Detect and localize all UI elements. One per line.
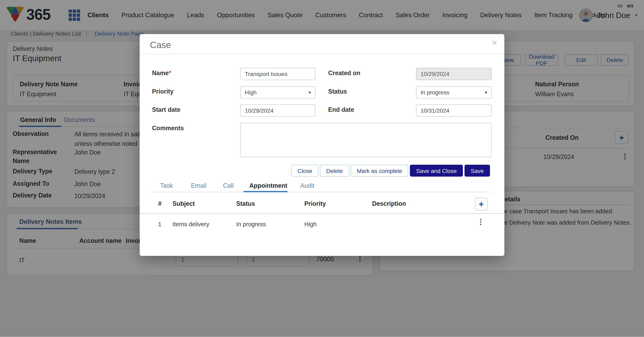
name-label-text: Name: [152, 70, 169, 76]
case-modal: Case ✕ Name* Created on Priority Status …: [140, 34, 504, 256]
appt-col-status: Status: [236, 200, 255, 207]
comments-label: Comments: [152, 124, 184, 132]
priority-caret-down-icon: ▾: [309, 90, 311, 95]
status-label: Status: [328, 88, 347, 95]
add-appointment-button[interactable]: +: [475, 198, 488, 210]
priority-select[interactable]: High ▾: [240, 86, 315, 99]
status-caret-down-icon: ▾: [485, 90, 487, 95]
required-asterisk: *: [169, 70, 171, 76]
modal-delete-button[interactable]: Delete: [320, 165, 349, 176]
status-value: In progress: [421, 89, 450, 96]
name-input[interactable]: [240, 68, 315, 80]
appt-row-menu-icon[interactable]: ⋮: [477, 218, 484, 226]
appt-row-subject: Items delivery: [172, 221, 209, 228]
tab-appointment[interactable]: Appointment: [249, 182, 287, 189]
appt-col-priority: Priority: [304, 200, 326, 207]
start-date-label: Start date: [152, 106, 180, 113]
close-icon[interactable]: ✕: [491, 38, 498, 48]
end-date-label: End date: [328, 106, 354, 113]
name-label: Name*: [152, 70, 171, 76]
tab-call[interactable]: Call: [223, 182, 234, 189]
mark-as-complete-button[interactable]: Mark as complete: [350, 165, 408, 176]
tab-audit[interactable]: Audit: [300, 182, 314, 189]
appt-col-num: #: [158, 200, 162, 207]
comments-textarea[interactable]: [240, 123, 492, 157]
created-on-label: Created on: [328, 70, 360, 76]
tab-task[interactable]: Task: [160, 182, 173, 189]
appt-col-subject: Subject: [172, 200, 195, 207]
appt-row-priority: High: [304, 221, 316, 228]
modal-close-button[interactable]: Close: [292, 165, 318, 176]
end-date-input[interactable]: [416, 104, 492, 117]
modal-actions: Close Delete Mark as complete Save and C…: [292, 165, 490, 176]
tab-email[interactable]: Email: [191, 182, 206, 189]
start-date-input[interactable]: [240, 104, 315, 117]
appt-row-num: 1: [158, 221, 162, 228]
modal-title: Case: [150, 40, 171, 51]
priority-value: High: [245, 89, 256, 96]
screen: 365 Clients Product Catalogue Leads Oppo…: [0, 0, 644, 337]
appt-col-description: Description: [372, 200, 406, 207]
priority-label: Priority: [152, 88, 174, 95]
created-on-input: [416, 68, 492, 80]
status-select[interactable]: In progress ▾: [416, 86, 492, 99]
save-button[interactable]: Save: [464, 165, 490, 176]
save-and-close-button[interactable]: Save and Close: [410, 165, 463, 176]
appt-row-status: In progress: [236, 221, 266, 228]
